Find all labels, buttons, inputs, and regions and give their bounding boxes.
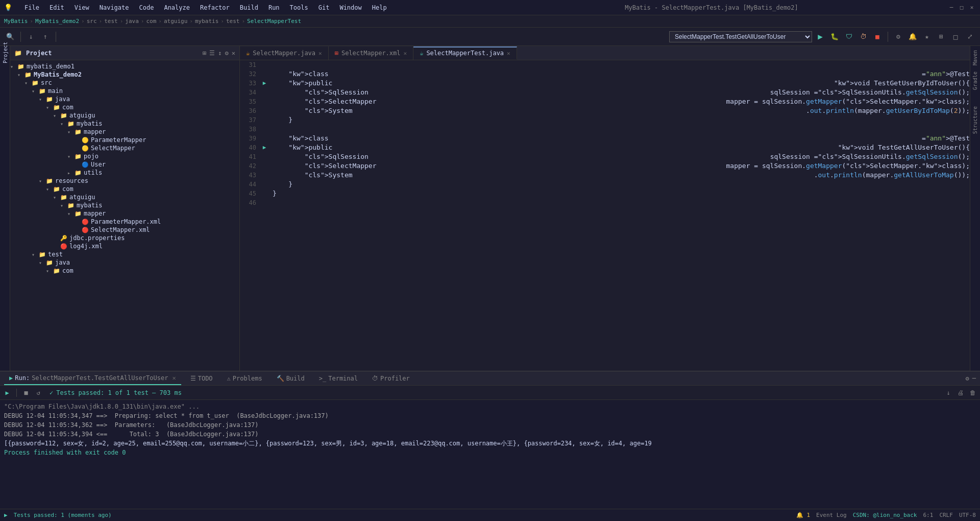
menu-view[interactable]: View (70, 3, 93, 12)
line-content[interactable]: "cls">System (268, 106, 806, 115)
breadcrumb-mybatis2[interactable]: mybatis (195, 18, 218, 25)
tree-item-com[interactable]: ▾ 📁 com (10, 103, 239, 111)
structure-label[interactable]: Structure (971, 104, 979, 136)
line-content[interactable] (268, 125, 970, 134)
status-notifications[interactable]: 🔔 1 (796, 512, 810, 518)
line-content[interactable]: } (268, 115, 970, 125)
maven-panel-label[interactable]: Maven (971, 48, 979, 67)
tree-item-com[interactable]: ▾ 📁 com (10, 267, 239, 275)
line-col-indicator[interactable]: 6:1 (923, 512, 934, 518)
event-log-link[interactable]: Event Log (816, 512, 847, 518)
tab-active-close-icon[interactable]: ✕ (507, 50, 510, 57)
breadcrumb-demo2[interactable]: MyBatis_demo2 (35, 18, 79, 25)
line-content[interactable]: } (268, 189, 970, 198)
breadcrumb-mybatis[interactable]: MyBatis (4, 18, 28, 25)
build-tab[interactable]: 🔨 Build (272, 372, 310, 385)
breadcrumb-atguigu[interactable]: atguigu (164, 18, 187, 25)
notifications-button[interactable]: 🔔 (906, 31, 919, 43)
breadcrumb-java[interactable]: java (125, 18, 139, 25)
tree-item-selectmapper[interactable]: 🟡 SelectMapper (10, 144, 239, 152)
gradle-panel-label[interactable]: Gradle (971, 69, 979, 92)
menu-run[interactable]: Run (264, 3, 284, 12)
run-icon[interactable]: ▶ (4, 512, 8, 518)
bottom-settings-icon[interactable]: ⚙ (966, 375, 969, 382)
tree-item-java[interactable]: ▾ 📁 java (10, 95, 239, 103)
debug-button[interactable]: 🐛 (828, 31, 841, 43)
todo-tab[interactable]: ☰ TODO (185, 372, 218, 385)
maximize-button[interactable]: □ (958, 4, 966, 12)
tree-item-mybatis[interactable]: ▾ 📁 mybatis (10, 201, 239, 209)
breadcrumb-selectmappertest[interactable]: SelectMapperTest (247, 18, 301, 25)
line-content[interactable]: "cls">System (268, 171, 814, 180)
line-content[interactable]: "kw">public (268, 79, 834, 88)
project-sort-icon[interactable]: ↕ (218, 50, 222, 57)
tree-item-parametermapper[interactable]: 🟡 ParameterMapper (10, 136, 239, 144)
fullscreen-button[interactable]: ⤢ (964, 31, 976, 43)
tree-item-mapper[interactable]: ▾ 📁 mapper (10, 209, 239, 218)
tree-item-utils[interactable]: ▸ 📁 utils (10, 169, 239, 177)
tree-item-mybatis-demo2[interactable]: ▾ 📁 MyBatis_demo2 (10, 70, 239, 79)
run-tab[interactable]: ▶ Run: SelectMapperTest.TestGetAllUserTo… (4, 372, 181, 385)
menu-file[interactable]: File (20, 3, 43, 12)
run-tab-close[interactable]: ✕ (172, 374, 176, 382)
tree-item-atguigu[interactable]: ▾ 📁 atguigu (10, 193, 239, 201)
tab-selectmappertest-java[interactable]: ☕ SelectMapperTest.java ✕ (413, 46, 517, 60)
terminal-tab[interactable]: >_ Terminal (314, 372, 363, 385)
tree-item-log4j-xml[interactable]: 🔴 log4j.xml (10, 242, 239, 250)
git-push-button[interactable]: ↑ (39, 31, 52, 43)
menu-build[interactable]: Build (236, 3, 262, 12)
run-configuration-select[interactable]: SelectMapperTest.TestGetAllUserToUser (669, 31, 812, 42)
tree-item-parametermapper-xml[interactable]: 🔴 ParameterMapper.xml (10, 218, 239, 226)
rerun-button[interactable]: ▶ (2, 388, 12, 398)
menu-code[interactable]: Code (135, 3, 158, 12)
tree-item-mybatis[interactable]: ▾ 📁 mybatis (10, 120, 239, 128)
run-button[interactable]: ▶ (814, 31, 826, 43)
line-content[interactable] (268, 60, 970, 69)
project-collapse-icon[interactable]: ☰ (209, 50, 215, 57)
profiler-button[interactable]: ⏱ (857, 31, 869, 43)
line-content[interactable]: "cls">SelectMapper (268, 97, 726, 106)
git-update-button[interactable]: ↓ (25, 31, 37, 43)
tree-item-java[interactable]: ▾ 📁 java (10, 258, 239, 267)
code-editor[interactable]: 31 32 "kw">class="ann">@Test 33 ▶ "kw">p… (240, 60, 970, 371)
problems-tab[interactable]: ⚠ Problems (222, 372, 267, 385)
menu-edit[interactable]: Edit (45, 3, 68, 12)
menu-help[interactable]: Help (368, 3, 391, 12)
minimize-button[interactable]: ─ (947, 4, 955, 12)
tab-close-icon[interactable]: ✕ (318, 50, 322, 57)
tree-item-resources[interactable]: ▾ 📁 resources (10, 177, 239, 185)
menu-navigate[interactable]: Navigate (95, 3, 133, 12)
menu-tools[interactable]: Tools (286, 3, 312, 12)
project-panel-icon[interactable]: Project (1, 48, 10, 57)
project-expand-icon[interactable]: ⊞ (203, 50, 206, 57)
tab-selectmapper-xml[interactable]: ⊞ SelectMapper.xml ✕ (329, 46, 413, 60)
breadcrumb-com[interactable]: com (146, 18, 156, 25)
menu-git[interactable]: Git (314, 3, 334, 12)
tree-item-mapper[interactable]: ▾ 📁 mapper (10, 128, 239, 136)
tree-item-mybatis-demo1[interactable]: ▾ 📁 mybatis_demo1 (10, 62, 239, 70)
project-close-icon[interactable]: ✕ (232, 50, 235, 57)
menu-refactor[interactable]: Refactor (196, 3, 234, 12)
tab-xml-close-icon[interactable]: ✕ (404, 50, 407, 57)
tree-item-pojo[interactable]: ▾ 📁 pojo (10, 152, 239, 160)
menu-window[interactable]: Window (335, 3, 365, 12)
tree-item-test[interactable]: ▾ 📁 test (10, 250, 239, 258)
line-content[interactable]: "kw">class (268, 69, 922, 79)
coverage-button[interactable]: 🛡 (843, 31, 855, 43)
crlf-indicator[interactable]: CRLF (939, 512, 953, 518)
bookmark-button[interactable]: ★ (921, 31, 933, 43)
bottom-minimize-icon[interactable]: ─ (972, 375, 976, 382)
tree-item-user[interactable]: 🔵 User (10, 160, 239, 169)
tree-item-main[interactable]: ▾ 📁 main (10, 87, 239, 95)
line-content[interactable] (268, 198, 970, 207)
print-icon[interactable]: 🖨 (955, 388, 966, 398)
rerun-failed-button[interactable]: ↺ (33, 388, 43, 398)
stop-button[interactable]: ■ (871, 31, 884, 43)
breadcrumb-test[interactable]: test (104, 18, 118, 25)
scroll-to-end-icon[interactable]: ↓ (943, 388, 953, 398)
line-content[interactable]: "kw">class (268, 134, 922, 143)
settings-button[interactable]: ⚙ (892, 31, 904, 43)
breadcrumb-testpkg[interactable]: test (226, 18, 240, 25)
close-button[interactable]: ✕ (968, 4, 976, 12)
search-everywhere-button[interactable]: 🔍 (4, 31, 16, 43)
